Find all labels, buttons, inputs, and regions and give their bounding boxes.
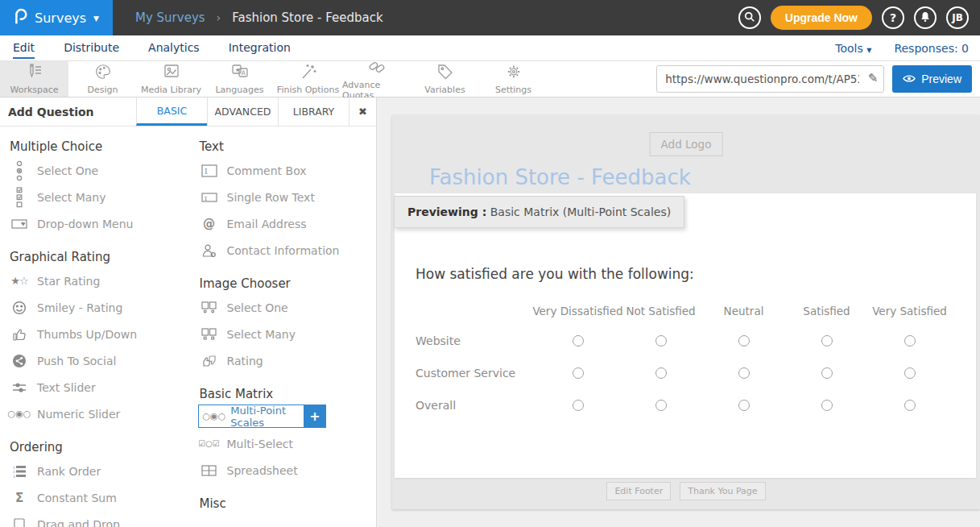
sigma-icon: Σ bbox=[10, 491, 29, 505]
tab-basic[interactable]: BASIC bbox=[136, 98, 207, 126]
toolbar-media-library[interactable]: Media Library bbox=[137, 61, 205, 97]
matrix-radio[interactable] bbox=[904, 367, 916, 379]
tab-library[interactable]: LIBRARY bbox=[278, 98, 349, 126]
matrix-radio[interactable] bbox=[821, 400, 833, 411]
matrix-radio[interactable] bbox=[573, 367, 584, 379]
tab-analytics[interactable]: Analytics bbox=[148, 38, 200, 59]
add-logo-button[interactable]: Add Logo bbox=[650, 132, 723, 156]
share-icon bbox=[10, 354, 29, 368]
tools-dropdown[interactable]: Tools ▼ bbox=[835, 42, 871, 55]
matrix-cell bbox=[868, 389, 951, 421]
matrix-radio[interactable] bbox=[573, 400, 584, 411]
numeric-slider-icon: ○◉○ bbox=[10, 409, 29, 419]
qtype-image-select-many[interactable]: Select Many bbox=[198, 321, 377, 347]
breadcrumb-survey-name: Fashion Store - Feedback bbox=[232, 10, 382, 25]
eye-icon bbox=[903, 73, 916, 85]
qtype-smiley-rating[interactable]: Smiley - Rating bbox=[8, 294, 187, 321]
matrix-cell bbox=[785, 357, 868, 389]
matrix-radio[interactable] bbox=[655, 367, 667, 379]
qtype-rank-order[interactable]: 1 2 3 Rank Order bbox=[8, 458, 187, 484]
svg-text:1: 1 bbox=[13, 465, 15, 469]
matrix-radio[interactable] bbox=[573, 335, 584, 346]
at-sign-icon: @ bbox=[200, 217, 219, 231]
chain-link-icon bbox=[367, 58, 387, 78]
breadcrumb-my-surveys[interactable]: My Surveys bbox=[135, 10, 205, 25]
rank-order-icon: 1 2 3 bbox=[10, 465, 29, 478]
matrix-radio[interactable] bbox=[821, 335, 833, 346]
toolbar-workspace[interactable]: Workspace bbox=[0, 61, 68, 97]
qtype-email-address[interactable]: @ Email Address bbox=[198, 210, 377, 237]
matrix-cell bbox=[702, 389, 785, 421]
qtype-image-rating[interactable]: Rating bbox=[198, 347, 377, 374]
edit-url-pencil-icon[interactable]: ✎ bbox=[868, 71, 879, 85]
avatar-initials: JB bbox=[952, 12, 963, 23]
matrix-radio[interactable] bbox=[655, 335, 667, 346]
svg-text:I: I bbox=[205, 194, 207, 201]
toolbar-design[interactable]: Design bbox=[68, 61, 137, 97]
qtype-image-select-one[interactable]: Select One bbox=[198, 294, 377, 321]
content: Add Question BASIC ADVANCED LIBRARY ✖ Mu… bbox=[0, 98, 980, 527]
question-mark-icon: ? bbox=[890, 11, 896, 24]
toolbar-languages[interactable]: ★ A Languages bbox=[205, 61, 274, 97]
survey-url-input[interactable] bbox=[656, 65, 884, 93]
qtype-multi-point-scales[interactable]: ○◉○ Multi-Point Scales bbox=[198, 405, 304, 428]
product-switcher[interactable]: Surveys ▼ bbox=[0, 0, 113, 35]
toolbar-finish-options[interactable]: Finish Options bbox=[274, 61, 342, 97]
qtype-contact-information[interactable]: Contact Information bbox=[198, 237, 377, 264]
qtype-multi-select[interactable]: ☑○☑ Multi-Select bbox=[198, 430, 377, 457]
qtype-numeric-slider[interactable]: ○◉○ Numeric Slider bbox=[8, 400, 187, 427]
help-button[interactable]: ? bbox=[882, 6, 904, 29]
qtype-spreadsheet[interactable]: Spreadsheet bbox=[198, 457, 377, 483]
matrix-column-header: Very Dissatisfied bbox=[536, 297, 619, 325]
question-types: Multiple Choice Select One bbox=[0, 127, 376, 527]
qtype-select-one[interactable]: Select One bbox=[8, 157, 187, 184]
qtype-constant-sum[interactable]: Σ Constant Sum bbox=[8, 484, 187, 511]
design-palette-icon bbox=[93, 63, 113, 83]
matrix-radio[interactable] bbox=[904, 400, 916, 411]
avatar[interactable]: JB bbox=[946, 6, 969, 29]
search-button[interactable] bbox=[738, 6, 761, 29]
close-panel-button[interactable]: ✖ bbox=[349, 98, 376, 126]
matrix-radio[interactable] bbox=[655, 400, 667, 411]
qtype-comment-box[interactable]: I Comment Box bbox=[198, 157, 377, 184]
tab-distribute[interactable]: Distribute bbox=[64, 38, 119, 59]
matrix-row-label: Customer Service bbox=[416, 357, 536, 389]
matrix-radio[interactable] bbox=[821, 367, 833, 379]
qtype-drag-and-drop[interactable]: Drag and Drop bbox=[8, 511, 187, 527]
notifications-button[interactable] bbox=[914, 6, 937, 29]
add-question-plus-button[interactable]: + bbox=[304, 405, 326, 428]
matrix-cell bbox=[868, 357, 951, 389]
matrix-radio[interactable] bbox=[738, 400, 750, 411]
tab-integration[interactable]: Integration bbox=[229, 38, 291, 59]
edit-footer-button[interactable]: Edit Footer bbox=[606, 482, 671, 500]
previewing-value: Basic Matrix (Multi-Point Scales) bbox=[490, 205, 671, 218]
qtype-dropdown-menu[interactable]: Drop-down Menu bbox=[8, 210, 187, 237]
qtype-single-row-text[interactable]: I Single Row Text bbox=[198, 184, 377, 210]
star-rating-icon: ★☆ bbox=[10, 275, 29, 287]
matrix-cell bbox=[702, 357, 785, 389]
matrix-radio[interactable] bbox=[904, 335, 916, 346]
matrix-radio[interactable] bbox=[738, 367, 750, 379]
qtype-text-slider[interactable]: Text Slider bbox=[8, 374, 187, 400]
tab-edit[interactable]: Edit bbox=[13, 38, 35, 59]
section-text: Text bbox=[200, 139, 377, 154]
toolbar-advance-quotas[interactable]: Advance Quotas bbox=[342, 61, 411, 97]
qtype-star-rating[interactable]: ★☆ Star Rating bbox=[8, 268, 187, 294]
top-bar: Surveys ▼ My Surveys › Fashion Store - F… bbox=[0, 0, 980, 35]
matrix-cell bbox=[785, 389, 868, 421]
breadcrumb-separator: › bbox=[217, 11, 221, 24]
toolbar-settings[interactable]: Settings bbox=[479, 61, 548, 97]
thank-you-page-button[interactable]: Thank You Page bbox=[680, 482, 765, 500]
responses-count[interactable]: Responses: 0 bbox=[894, 42, 969, 55]
qtype-select-many[interactable]: Select Many bbox=[8, 184, 187, 210]
toolbar-variables[interactable]: Variables bbox=[411, 61, 479, 97]
matrix-radio[interactable] bbox=[738, 335, 750, 346]
upgrade-now-button[interactable]: Upgrade Now bbox=[771, 6, 872, 30]
survey-title: Fashion Store - Feedback bbox=[429, 165, 691, 189]
tab-advanced[interactable]: ADVANCED bbox=[207, 98, 278, 126]
qtype-push-to-social[interactable]: Push To Social bbox=[8, 347, 187, 374]
svg-text:★: ★ bbox=[235, 67, 240, 73]
preview-button[interactable]: Preview bbox=[892, 65, 972, 93]
qtype-thumbs-up-down[interactable]: Thumbs Up/Down bbox=[8, 321, 187, 347]
single-row-text-icon: I bbox=[200, 193, 219, 202]
